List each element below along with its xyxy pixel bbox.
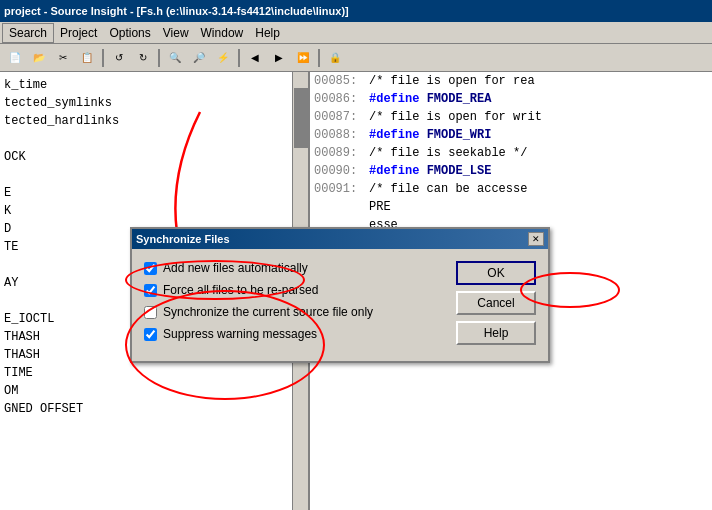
add-files-label: Add new files automatically	[163, 261, 308, 275]
sep3	[238, 49, 240, 67]
force-reparse-label: Force all files to be re-parsed	[163, 283, 318, 297]
nav1-btn[interactable]: ◀	[244, 47, 266, 69]
sync-current-checkbox[interactable]	[144, 306, 157, 319]
open-btn[interactable]: 📂	[28, 47, 50, 69]
title-bar: project - Source Insight - [Fs.h (e:\lin…	[0, 0, 712, 22]
menu-window[interactable]: Window	[195, 24, 250, 42]
sep4	[318, 49, 320, 67]
suppress-warnings-label: Suppress warning messages	[163, 327, 317, 341]
redo-btn[interactable]: ↻	[132, 47, 154, 69]
new-btn[interactable]: 📄	[4, 47, 26, 69]
synchronize-files-dialog: Synchronize Files ✕ Add new files automa…	[130, 227, 550, 363]
menu-options[interactable]: Options	[103, 24, 156, 42]
main-area: k_time tected_symlinks tected_hardlinks …	[0, 72, 712, 510]
suppress-warnings-checkbox[interactable]	[144, 328, 157, 341]
toolbar: 📄 📂 ✂ 📋 ↺ ↻ 🔍 🔎 ⚡ ◀ ▶ ⏩ 🔒	[0, 44, 712, 72]
help-button[interactable]: Help	[456, 321, 536, 345]
nav3-btn[interactable]: ⏩	[292, 47, 314, 69]
dialog-body: Add new files automatically Force all fi…	[132, 249, 548, 361]
option-row-3: Synchronize the current source file only	[144, 305, 444, 319]
lock-btn[interactable]: 🔒	[324, 47, 346, 69]
undo-btn[interactable]: ↺	[108, 47, 130, 69]
force-reparse-checkbox[interactable]	[144, 284, 157, 297]
dialog-options: Add new files automatically Force all fi…	[144, 261, 444, 349]
sync-current-label: Synchronize the current source file only	[163, 305, 373, 319]
sep1	[102, 49, 104, 67]
menu-help[interactable]: Help	[249, 24, 286, 42]
dialog-overlay: Synchronize Files ✕ Add new files automa…	[0, 72, 712, 510]
dialog-title: Synchronize Files	[136, 233, 230, 245]
search3-btn[interactable]: ⚡	[212, 47, 234, 69]
option-row-2: Force all files to be re-parsed	[144, 283, 444, 297]
menu-search[interactable]: Search	[2, 23, 54, 43]
copy-btn[interactable]: 📋	[76, 47, 98, 69]
nav2-btn[interactable]: ▶	[268, 47, 290, 69]
sep2	[158, 49, 160, 67]
search-btn[interactable]: 🔍	[164, 47, 186, 69]
dialog-title-bar: Synchronize Files ✕	[132, 229, 548, 249]
cancel-button[interactable]: Cancel	[456, 291, 536, 315]
add-files-checkbox[interactable]	[144, 262, 157, 275]
dialog-close-button[interactable]: ✕	[528, 232, 544, 246]
ok-button[interactable]: OK	[456, 261, 536, 285]
option-row-4: Suppress warning messages	[144, 327, 444, 341]
search2-btn[interactable]: 🔎	[188, 47, 210, 69]
window-title: project - Source Insight - [Fs.h (e:\lin…	[4, 5, 349, 17]
option-row-1: Add new files automatically	[144, 261, 444, 275]
menu-bar: Search Project Options View Window Help	[0, 22, 712, 44]
cut-btn[interactable]: ✂	[52, 47, 74, 69]
menu-view[interactable]: View	[157, 24, 195, 42]
dialog-buttons: OK Cancel Help	[456, 261, 536, 349]
menu-project[interactable]: Project	[54, 24, 103, 42]
